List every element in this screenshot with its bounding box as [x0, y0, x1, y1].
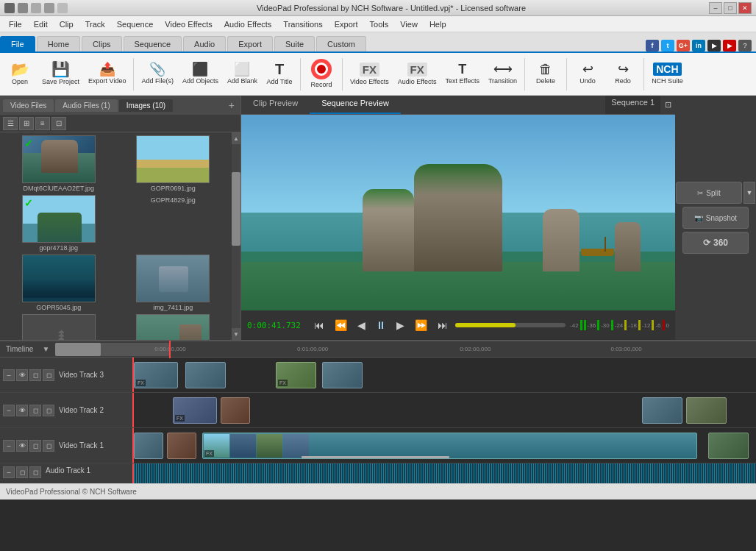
list-item[interactable]: GOPR4829.jpg: [118, 195, 229, 252]
360-button[interactable]: ⟳ 360: [682, 232, 749, 254]
menu-track[interactable]: Track: [79, 18, 111, 30]
clip-block[interactable]: [708, 433, 749, 459]
track-2-content[interactable]: FX: [132, 393, 756, 427]
track-3-content[interactable]: FX FX: [132, 358, 756, 392]
help-icon[interactable]: ?: [738, 40, 752, 51]
track-lock-btn-1[interactable]: –: [3, 440, 15, 452]
pause-btn[interactable]: ⏸: [373, 318, 389, 333]
timeline-zoom[interactable]: [55, 343, 169, 356]
menu-view[interactable]: View: [394, 18, 424, 30]
play-btn[interactable]: ▶: [393, 318, 407, 333]
tab-clips[interactable]: Clips: [82, 36, 121, 51]
menu-tools[interactable]: Tools: [364, 18, 395, 30]
timeline-dropdown[interactable]: ▼: [42, 345, 49, 353]
list-item[interactable]: GOPR0691.jpg: [118, 135, 229, 192]
video-files-tab[interactable]: Video Files: [3, 99, 54, 112]
grid-view-btn[interactable]: ⊞: [19, 117, 34, 130]
menu-transitions[interactable]: Transitions: [277, 18, 328, 30]
tab-custom[interactable]: Custom: [316, 36, 366, 51]
audio-mute-btn[interactable]: ◻: [29, 466, 41, 478]
track-1-content[interactable]: FX: [132, 428, 756, 463]
undo-button[interactable]: ↩ Undo: [571, 55, 605, 93]
skip-to-end-btn[interactable]: ⏭: [435, 318, 451, 333]
add-blank-button[interactable]: ⬜ Add Blank: [224, 55, 261, 93]
playback-progress[interactable]: [455, 323, 566, 327]
minimize-button[interactable]: –: [709, 2, 722, 14]
menu-clip[interactable]: Clip: [54, 18, 79, 30]
scroll-up-btn[interactable]: ▲: [232, 132, 240, 144]
tab-audio[interactable]: Audio: [183, 36, 226, 51]
list-item[interactable]: ✓ DMqt6ClUEAAO2ET.jpg: [3, 135, 115, 192]
track-eye-btn-1[interactable]: 👁: [16, 440, 28, 452]
menu-video-effects[interactable]: Video Effects: [159, 18, 218, 30]
clip-block[interactable]: [167, 433, 196, 459]
track-solo-btn[interactable]: ◻: [43, 369, 54, 381]
add-file-btn[interactable]: +: [226, 98, 238, 113]
clip-block[interactable]: FX: [276, 362, 316, 388]
clip-block[interactable]: [642, 397, 682, 424]
clip-block-long[interactable]: FX: [202, 433, 697, 459]
expand-preview-btn[interactable]: ⊡: [660, 96, 675, 115]
window-controls[interactable]: – □ ✕: [709, 2, 752, 14]
tab-export[interactable]: Export: [227, 36, 273, 51]
video-effects-button[interactable]: FX Video Effects: [346, 55, 393, 93]
tab-sequence[interactable]: Sequence: [124, 36, 182, 51]
split-button[interactable]: ✂ Split: [676, 182, 742, 204]
audio-eye-btn[interactable]: ◻: [16, 466, 28, 478]
menu-file[interactable]: File: [3, 18, 28, 30]
track-solo-btn-2[interactable]: ◻: [43, 405, 54, 416]
track-mute-btn-1[interactable]: ◻: [29, 440, 41, 452]
scroll-thumb[interactable]: [232, 172, 240, 246]
track-solo-btn-1[interactable]: ◻: [43, 440, 54, 452]
menu-audio-effects[interactable]: Audio Effects: [218, 18, 278, 30]
audio-waveform[interactable]: FX 🔊: [132, 463, 756, 483]
audio-effects-button[interactable]: FX Audio Effects: [394, 55, 441, 93]
snapshot-button[interactable]: 📷 Snapshot: [682, 207, 749, 229]
add-objects-button[interactable]: ⬛ Add Objects: [179, 55, 222, 93]
add-files-button[interactable]: 📎 Add File(s): [138, 55, 177, 93]
clip-block[interactable]: [185, 362, 226, 388]
skip-to-start-btn[interactable]: ⏮: [311, 318, 327, 333]
clip-block[interactable]: FX: [173, 397, 217, 424]
track-mute-btn-2[interactable]: ◻: [29, 405, 41, 416]
menu-export[interactable]: Export: [329, 18, 364, 30]
tab-file[interactable]: File: [0, 36, 35, 51]
list-item[interactable]: img_7411.jpg: [118, 255, 229, 311]
audio-lock-btn[interactable]: –: [3, 466, 15, 478]
export-video-button[interactable]: 📤 Export Video: [85, 55, 129, 93]
audio-files-tab[interactable]: Audio Files (1): [55, 99, 117, 112]
list-item[interactable]: ✓ gopr4718.jpg: [3, 195, 115, 252]
nch-suite-button[interactable]: NCH NCH Suite: [648, 55, 687, 93]
frame-fwd-btn[interactable]: ⏩: [412, 318, 430, 333]
list-item[interactable]: 🏞: [3, 314, 115, 340]
left-panel-scrollbar[interactable]: ▲ ▼: [232, 132, 240, 340]
tab-suite[interactable]: Suite: [274, 36, 315, 51]
track-lock-btn[interactable]: –: [3, 369, 15, 381]
maximize-button[interactable]: □: [724, 2, 737, 14]
scroll-down-btn[interactable]: ▼: [232, 328, 240, 340]
save-project-button[interactable]: 💾 Save Project: [38, 55, 83, 93]
clip-block[interactable]: [134, 433, 163, 459]
clip-block[interactable]: [221, 397, 250, 424]
tab-home[interactable]: Home: [37, 36, 80, 51]
transition-button[interactable]: ⟷ Transition: [485, 55, 521, 93]
list-view-btn[interactable]: ☰: [3, 117, 18, 130]
clip-preview-tab[interactable]: Clip Preview: [241, 96, 310, 114]
close-button[interactable]: ✕: [738, 2, 752, 14]
track-lock-btn-2[interactable]: –: [3, 405, 15, 416]
details-view-btn[interactable]: ≡: [35, 117, 50, 130]
list-item[interactable]: GOPR5045.jpg: [3, 255, 115, 311]
frame-back-btn[interactable]: ⏪: [332, 318, 350, 333]
clip-block[interactable]: [686, 397, 727, 424]
open-button[interactable]: 📂 Open: [3, 55, 37, 93]
text-effects-button[interactable]: T Text Effects: [442, 55, 483, 93]
record-button[interactable]: Record: [304, 55, 338, 93]
menu-help[interactable]: Help: [424, 18, 452, 30]
track-eye-btn[interactable]: 👁: [16, 369, 28, 381]
sequence-preview-tab[interactable]: Sequence Preview: [310, 96, 401, 114]
menu-sequence[interactable]: Sequence: [111, 18, 160, 30]
expand-btn[interactable]: ⊡: [51, 117, 66, 130]
delete-button[interactable]: 🗑 Delete: [529, 55, 563, 93]
add-title-button[interactable]: T Add Title: [263, 55, 296, 93]
track-mute-btn[interactable]: ◻: [29, 369, 41, 381]
